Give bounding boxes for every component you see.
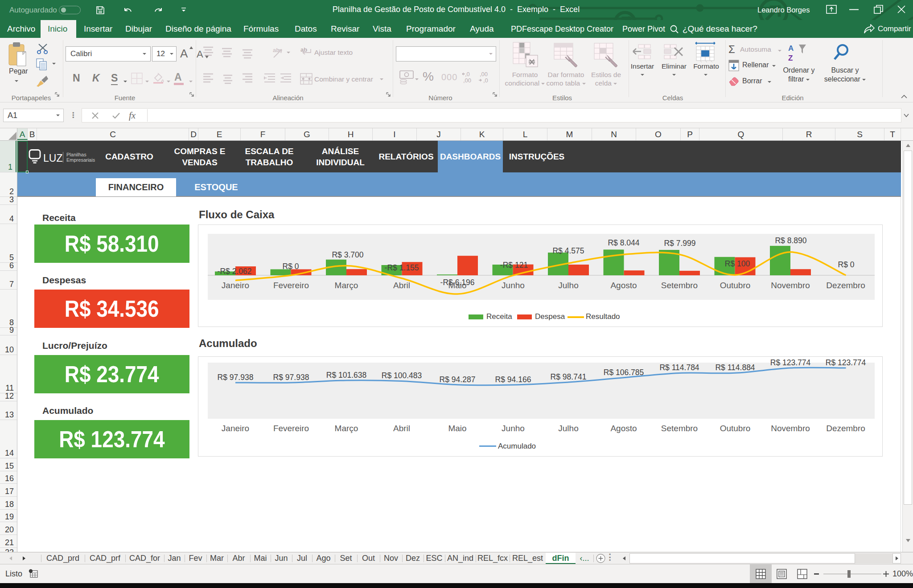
svg-text:A: A [788,44,794,53]
svg-text:,0: ,0 [483,77,488,84]
svg-text:,00: ,00 [480,71,488,78]
svg-text:Z: Z [788,54,793,62]
svg-text:,0: ,0 [465,71,470,78]
svg-text:,00: ,00 [463,77,471,84]
svg-text:ab: ab [273,47,280,53]
